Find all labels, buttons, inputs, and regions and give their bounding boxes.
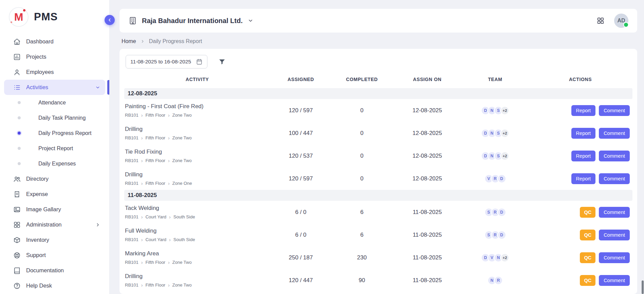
sidebar-item-help-desk[interactable]: Help Desk <box>4 278 105 293</box>
path-segment: Court Yard <box>145 214 166 219</box>
actions-cell: ReportComment <box>528 128 632 139</box>
sidebar-item-documentation[interactable]: Documentation <box>4 263 105 278</box>
qc-button[interactable]: QC <box>580 252 595 263</box>
comment-button[interactable]: Comment <box>599 151 630 161</box>
activity-name[interactable]: Drilling <box>125 126 270 133</box>
topbar-right: AD <box>596 14 628 28</box>
date-range-input[interactable]: 11-08-2025 to 16-08-2025 <box>126 55 207 68</box>
team-avatars: DNS+2 <box>462 152 528 160</box>
sidebar-item-directory[interactable]: Directory <box>4 171 105 187</box>
sidebar-item-activities[interactable]: Activities <box>4 80 105 95</box>
grid-icon <box>596 17 605 25</box>
path-segment: RB101 <box>125 214 139 219</box>
expense-icon <box>13 191 21 198</box>
actions-cell: QCComment <box>528 252 632 263</box>
activity-name[interactable]: Drilling <box>125 171 270 178</box>
qc-button[interactable]: QC <box>580 275 595 286</box>
inventory-icon <box>13 236 21 244</box>
team-more-badge[interactable]: +2 <box>500 106 509 115</box>
scrollbar-thumb[interactable] <box>642 280 644 294</box>
activity-name[interactable]: Drilling <box>125 273 270 280</box>
table-row: Tie Rod FixingRB101›Fifth Floor›Zone Two… <box>124 144 632 167</box>
path-segment: RB101 <box>125 135 139 140</box>
sidebar-item-label: Image Gallary <box>26 206 61 213</box>
filter-button[interactable] <box>218 58 226 65</box>
sidebar-item-administration[interactable]: Administration <box>4 217 105 232</box>
sidebar-item-expense[interactable]: Expense <box>4 187 105 202</box>
sidebar-item-daily-expenses[interactable]: Daily Expenses <box>0 156 109 171</box>
sidebar-item-daily-task-planning[interactable]: Daily Task Planning <box>0 110 109 125</box>
qc-button[interactable]: QC <box>580 207 595 218</box>
sidebar-item-inventory[interactable]: Inventory <box>4 232 105 248</box>
assign-on-value: 12-08-2025 <box>392 153 462 159</box>
assign-on-value: 11-08-2025 <box>392 209 462 216</box>
sidebar-item-support[interactable]: Support <box>4 248 105 263</box>
chevron-right-icon: › <box>141 215 143 219</box>
user-avatar[interactable]: AD <box>614 14 628 28</box>
app-logo: M PMS <box>0 0 109 34</box>
chevron-right-icon: › <box>169 215 171 219</box>
completed-value: 0 <box>331 153 392 159</box>
apps-grid-button[interactable] <box>596 17 605 25</box>
team-more-badge[interactable]: +2 <box>500 253 509 262</box>
activity-name[interactable]: Tie Rod Fixing <box>125 149 270 155</box>
activity-path: RB101›Court Yard›South Side <box>125 237 270 242</box>
bullet-icon <box>18 116 21 119</box>
completed-value: 0 <box>331 175 392 182</box>
assign-on-value: 11-08-2025 <box>392 277 462 284</box>
activity-path: RB101›Fifth Floor›Zone Two <box>125 282 270 288</box>
chevron-right-icon: › <box>168 136 170 140</box>
comment-button[interactable]: Comment <box>599 105 630 116</box>
chevron-right-icon: › <box>168 260 170 265</box>
sidebar-item-daily-progress-report[interactable]: Daily Progress Report <box>0 125 109 141</box>
table-row: Painting - First Coat (Fire Red)RB101›Fi… <box>124 99 632 122</box>
comment-button[interactable]: Comment <box>599 252 630 263</box>
sidebar-item-attendance[interactable]: Attendance <box>0 95 109 110</box>
assign-on-value: 12-08-2025 <box>392 107 462 114</box>
report-button[interactable]: Report <box>571 151 596 161</box>
chevron-right-icon: › <box>141 283 143 288</box>
comment-button[interactable]: Comment <box>599 128 630 139</box>
comment-button[interactable]: Comment <box>599 275 630 286</box>
team-avatar: D <box>497 174 506 183</box>
assigned-value: 100 / 447 <box>270 130 331 137</box>
team-avatar: D <box>497 208 506 217</box>
company-name: Raja Bahadur International Ltd. <box>142 17 243 25</box>
sidebar-item-projects[interactable]: Projects <box>4 49 105 64</box>
activity-path: RB101›Fifth Floor›Zone Two <box>125 158 270 163</box>
sidebar-item-label: Employees <box>26 69 54 75</box>
report-button[interactable]: Report <box>571 105 596 116</box>
sidebar-nav: DashboardProjectsEmployeesActivitiesAtte… <box>0 34 109 294</box>
comment-button[interactable]: Comment <box>599 230 630 240</box>
activity-name[interactable]: Marking Area <box>125 250 270 257</box>
activity-cell: Tie Rod FixingRB101›Fifth Floor›Zone Two <box>124 149 270 163</box>
team-more-badge[interactable]: +2 <box>500 129 509 138</box>
content-card: 11-08-2025 to 16-08-2025 ACTIVITYASSIGNE… <box>119 49 637 294</box>
qc-button[interactable]: QC <box>580 230 595 240</box>
app-title: PMS <box>34 11 58 23</box>
sidebar-item-project-report[interactable]: Project Report <box>0 141 109 156</box>
chevron-left-icon <box>107 17 112 23</box>
sidebar-item-dashboard[interactable]: Dashboard <box>4 34 105 49</box>
documentation-icon <box>13 267 21 274</box>
activity-name[interactable]: Painting - First Coat (Fire Red) <box>125 103 270 110</box>
path-segment: Zone Two <box>172 282 192 288</box>
sidebar-item-employees[interactable]: Employees <box>4 64 105 80</box>
comment-button[interactable]: Comment <box>599 207 630 218</box>
activity-name[interactable]: Tack Welding <box>125 205 270 212</box>
breadcrumb-home[interactable]: Home <box>122 38 136 44</box>
sidebar-subitem-label: Daily Task Planning <box>38 115 86 121</box>
column-header-completed: COMPLETED <box>331 77 392 82</box>
company-selector[interactable]: Raja Bahadur International Ltd. <box>128 16 254 25</box>
breadcrumb-current: Daily Progress Report <box>149 38 202 44</box>
report-button[interactable]: Report <box>571 173 596 184</box>
comment-button[interactable]: Comment <box>599 173 630 184</box>
group-date-row: 12-08-2025 <box>124 88 632 99</box>
activity-name[interactable]: Full Welding <box>125 228 270 234</box>
assign-on-value: 11-08-2025 <box>392 232 462 238</box>
team-more-badge[interactable]: +2 <box>500 152 509 160</box>
sidebar-collapse-button[interactable] <box>105 15 115 25</box>
actions-cell: QCComment <box>528 207 632 218</box>
report-button[interactable]: Report <box>571 128 596 139</box>
sidebar-item-image-gallary[interactable]: Image Gallary <box>4 202 105 217</box>
